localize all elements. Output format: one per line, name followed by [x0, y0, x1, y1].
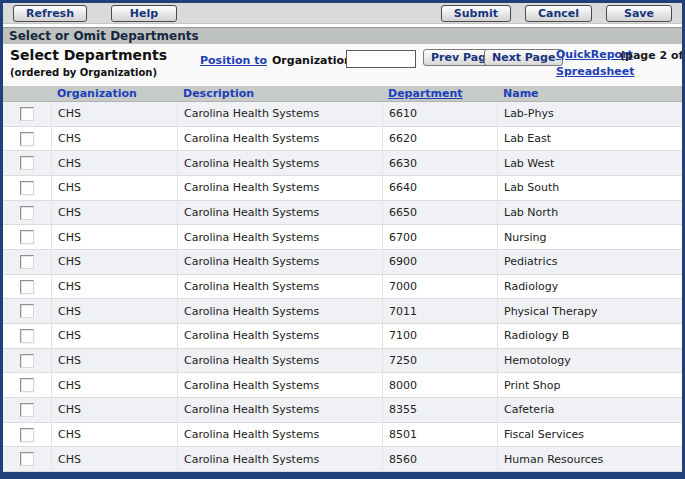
- next-page-button[interactable]: Next Page: [484, 49, 563, 66]
- cell-organization: CHS: [52, 373, 178, 397]
- cell-organization: CHS: [52, 423, 178, 447]
- table-row: CHS Carolina Health Systems 7100 Radiolo…: [3, 324, 682, 349]
- cell-organization: CHS: [52, 151, 178, 175]
- spreadsheet-link[interactable]: Spreadsheet: [556, 65, 635, 78]
- row-select-checkbox[interactable]: [20, 428, 34, 442]
- table-row: CHS Carolina Health Systems 8355 Cafeter…: [3, 398, 682, 423]
- cell-department: 7011: [383, 299, 498, 323]
- cell-description: Carolina Health Systems: [178, 151, 383, 175]
- cell-name: Fiscal Services: [498, 423, 682, 447]
- row-select-checkbox[interactable]: [20, 280, 34, 294]
- page-title: Select or Omit Departments: [3, 27, 682, 44]
- cell-description: Carolina Health Systems: [178, 447, 383, 471]
- cell-description: Carolina Health Systems: [178, 201, 383, 225]
- position-to-link[interactable]: Position to: [200, 54, 267, 67]
- table-row: CHS Carolina Health Systems 8560 Human R…: [3, 447, 682, 472]
- cell-description: Carolina Health Systems: [178, 423, 383, 447]
- cell-description: Carolina Health Systems: [178, 176, 383, 200]
- help-button[interactable]: Help: [111, 5, 177, 22]
- row-select-checkbox[interactable]: [20, 304, 34, 318]
- cell-description: Carolina Health Systems: [178, 102, 383, 126]
- cell-name: Cafeteria: [498, 398, 682, 422]
- cell-department: 6620: [383, 127, 498, 151]
- cell-organization: CHS: [52, 176, 178, 200]
- cell-name: Human Resources: [498, 447, 682, 471]
- cell-organization: CHS: [52, 225, 178, 249]
- row-select-checkbox[interactable]: [20, 329, 34, 343]
- column-header-description[interactable]: Description: [177, 87, 382, 100]
- cell-department: 8501: [383, 423, 498, 447]
- cell-name: Hemotology: [498, 349, 682, 373]
- subheader: Select Departments (ordered by Organizat…: [3, 44, 682, 86]
- cell-description: Carolina Health Systems: [178, 225, 383, 249]
- refresh-button[interactable]: Refresh: [13, 5, 87, 22]
- cancel-button[interactable]: Cancel: [525, 5, 592, 22]
- cell-name: Lab North: [498, 201, 682, 225]
- cell-name: Radiology B: [498, 324, 682, 348]
- cell-department: 6640: [383, 176, 498, 200]
- cell-name: Lab West: [498, 151, 682, 175]
- cell-name: Radiology: [498, 275, 682, 299]
- cell-organization: CHS: [52, 127, 178, 151]
- row-select-checkbox[interactable]: [20, 230, 34, 244]
- cell-department: 8355: [383, 398, 498, 422]
- table-row: CHS Carolina Health Systems 6630 Lab Wes…: [3, 151, 682, 176]
- cell-department: 6630: [383, 151, 498, 175]
- submit-button[interactable]: Submit: [441, 5, 511, 22]
- section-heading: Select Departments: [10, 47, 167, 63]
- table-row: CHS Carolina Health Systems 6900 Pediatr…: [3, 250, 682, 275]
- cell-department: 7000: [383, 275, 498, 299]
- column-header-name[interactable]: Name: [497, 87, 682, 100]
- table-row: CHS Carolina Health Systems 8000 Print S…: [3, 373, 682, 398]
- cell-description: Carolina Health Systems: [178, 324, 383, 348]
- cell-name: Lab-Phys: [498, 102, 682, 126]
- row-select-checkbox[interactable]: [20, 255, 34, 269]
- cell-description: Carolina Health Systems: [178, 349, 383, 373]
- cell-department: 8560: [383, 447, 498, 471]
- cell-name: Print Shop: [498, 373, 682, 397]
- column-header-department[interactable]: Department: [382, 87, 497, 100]
- cell-description: Carolina Health Systems: [178, 299, 383, 323]
- row-select-checkbox[interactable]: [20, 452, 34, 466]
- cell-organization: CHS: [52, 201, 178, 225]
- cell-organization: CHS: [52, 250, 178, 274]
- toolbar-right-group: Submit Cancel Save: [441, 5, 672, 22]
- select-omit-departments-window: Refresh Help Submit Cancel Save Select o…: [0, 0, 685, 479]
- row-select-checkbox[interactable]: [20, 378, 34, 392]
- page-indicator: (page 2 of 7): [620, 49, 685, 62]
- row-select-checkbox[interactable]: [20, 354, 34, 368]
- cell-description: Carolina Health Systems: [178, 127, 383, 151]
- row-select-checkbox[interactable]: [20, 181, 34, 195]
- table-row: CHS Carolina Health Systems 6610 Lab-Phy…: [3, 102, 682, 127]
- row-select-checkbox[interactable]: [20, 206, 34, 220]
- save-button[interactable]: Save: [606, 5, 672, 22]
- section-subheading: (ordered by Organization): [10, 67, 157, 78]
- cell-name: Physical Therapy: [498, 299, 682, 323]
- cell-organization: CHS: [52, 275, 178, 299]
- cell-department: 6610: [383, 102, 498, 126]
- cell-organization: CHS: [52, 447, 178, 471]
- table-row: CHS Carolina Health Systems 6620 Lab Eas…: [3, 127, 682, 152]
- organization-input[interactable]: [346, 50, 416, 68]
- table-row: CHS Carolina Health Systems 7000 Radiolo…: [3, 275, 682, 300]
- cell-description: Carolina Health Systems: [178, 250, 383, 274]
- table-row: CHS Carolina Health Systems 6650 Lab Nor…: [3, 201, 682, 226]
- cell-name: Pediatrics: [498, 250, 682, 274]
- table-header-row: Organization Description Department Name: [3, 86, 682, 102]
- table-row: CHS Carolina Health Systems 6700 Nursing: [3, 225, 682, 250]
- cell-description: Carolina Health Systems: [178, 398, 383, 422]
- row-select-checkbox[interactable]: [20, 403, 34, 417]
- cell-name: Lab South: [498, 176, 682, 200]
- row-select-checkbox[interactable]: [20, 107, 34, 121]
- table-row: CHS Carolina Health Systems 6640 Lab Sou…: [3, 176, 682, 201]
- row-select-checkbox[interactable]: [20, 156, 34, 170]
- cell-organization: CHS: [52, 299, 178, 323]
- column-header-organization[interactable]: Organization: [51, 87, 177, 100]
- cell-organization: CHS: [52, 398, 178, 422]
- cell-description: Carolina Health Systems: [178, 275, 383, 299]
- row-select-checkbox[interactable]: [20, 132, 34, 146]
- cell-department: 7250: [383, 349, 498, 373]
- toolbar: Refresh Help Submit Cancel Save: [3, 3, 682, 24]
- cell-department: 6700: [383, 225, 498, 249]
- cell-name: Lab East: [498, 127, 682, 151]
